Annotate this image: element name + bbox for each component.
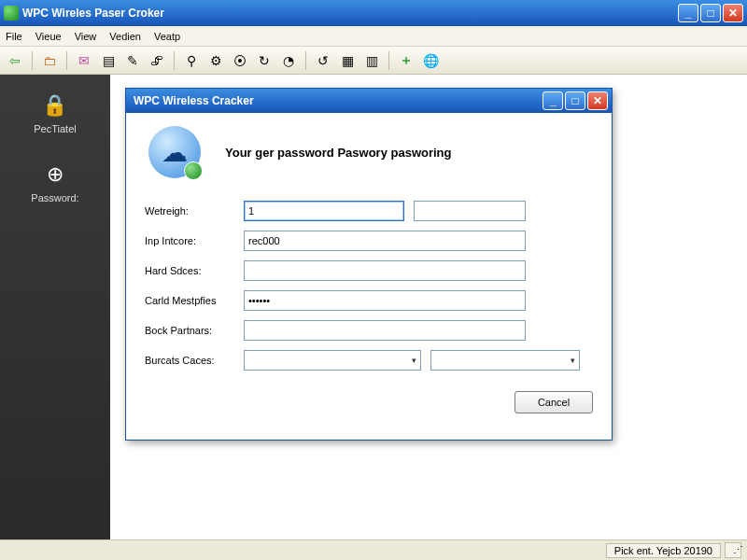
form-row-inp: Inp Intcore: <box>145 231 593 251</box>
toolbar-separator <box>174 51 175 70</box>
lock-icon: 🔒 <box>43 93 67 118</box>
dialog-window-buttons: _ □ ✕ <box>543 91 608 110</box>
main-titlebar: WPC Wireles Paser Croker _ □ ✕ <box>0 0 747 26</box>
sidebar: 🔒 PecTiatel ⊕ Password: <box>0 75 110 539</box>
dialog-titlebar: WPC Wireless Cracker _ □ ✕ <box>126 89 612 113</box>
form-row-hard: Hard Sdces: <box>145 260 593 281</box>
sidebar-item-label: Password: <box>31 192 78 203</box>
dialog-footer: Cancel <box>145 391 593 413</box>
window-title: WPC Wireles Paser Croker <box>22 7 678 20</box>
toolbar-separator <box>66 51 67 70</box>
menu-vieue[interactable]: Vieue <box>35 31 62 42</box>
window-buttons: _ □ ✕ <box>678 4 743 22</box>
content-canvas: WPC Wireless Cracker _ □ ✕ ☁ Your ger pa… <box>110 75 747 539</box>
status-text: Pick ent. Yejcb 20190 <box>606 543 721 558</box>
dialog-window: WPC Wireless Cracker _ □ ✕ ☁ Your ger pa… <box>125 88 613 441</box>
minimize-button[interactable]: _ <box>678 4 698 22</box>
carld-input[interactable] <box>244 290 526 311</box>
burcats-select-2[interactable]: ▾ <box>430 350 580 371</box>
toolbar: ⇦ 🗀 ✉ ▤ ✎ 🖇 ⚲ ⚙ ⦿ ↻ ◔ ↺ ▦ ▥ ＋ 🌐 <box>0 47 747 75</box>
target-icon[interactable]: ⦿ <box>231 51 249 70</box>
sidebar-item-pectatel[interactable]: 🔒 PecTiatel <box>34 93 76 134</box>
main-area: 🔒 PecTiatel ⊕ Password: WPC Wireless Cra… <box>0 75 747 539</box>
wetreigh-input[interactable] <box>244 201 404 221</box>
form-row-burcats: Burcats Caces: ▾ ▾ <box>145 350 593 371</box>
sidebar-item-label: PecTiatel <box>34 123 76 134</box>
status-grip: ⋰ <box>725 542 741 558</box>
burcats-select-1[interactable]: ▾ <box>244 350 421 371</box>
statusbar: Pick ent. Yejcb 20190 ⋰ <box>0 539 747 560</box>
dialog-title: WPC Wireless Cracker <box>130 94 543 107</box>
circle-plus-icon: ⊕ <box>43 162 67 187</box>
edit-icon[interactable]: ✎ <box>123 51 142 70</box>
form-row-wetreigh: Wetreigh: <box>145 201 593 221</box>
app-icon <box>4 6 19 21</box>
dialog-heading: Your ger password Paswory pasworing <box>225 146 452 160</box>
dialog-body: ☁ Your ger password Paswory pasworing We… <box>126 113 612 425</box>
chevron-down-icon: ▾ <box>571 356 575 365</box>
wetreigh-input-2[interactable] <box>414 201 526 221</box>
folder-icon[interactable]: 🗀 <box>40 51 59 70</box>
inp-label: Inp Intcore: <box>145 235 244 246</box>
toolbar-separator <box>32 51 33 70</box>
form-row-bock: Bock Partnars: <box>145 320 593 341</box>
bock-label: Bock Partnars: <box>145 325 244 336</box>
grid1-icon[interactable]: ▦ <box>338 51 357 70</box>
menu-view[interactable]: View <box>75 31 97 42</box>
menu-veatp[interactable]: Veatp <box>154 31 180 42</box>
menubar: File Vieue View Vedien Veatp <box>0 26 747 47</box>
dialog-logo-icon: ☁ <box>148 126 201 178</box>
clock-icon[interactable]: ◔ <box>279 51 298 70</box>
toolbar-separator <box>388 51 389 70</box>
inp-input[interactable] <box>244 231 526 251</box>
gear-icon[interactable]: ⚙ <box>206 51 225 70</box>
cycle-icon[interactable]: ↺ <box>314 51 332 70</box>
menu-file[interactable]: File <box>6 31 22 42</box>
person-icon[interactable]: ⚲ <box>182 51 201 70</box>
chevron-down-icon: ▾ <box>412 356 416 365</box>
attach-icon[interactable]: 🖇 <box>148 51 166 70</box>
grid2-icon[interactable]: ▥ <box>362 51 381 70</box>
save-icon[interactable]: ▤ <box>99 51 118 70</box>
dialog-maximize-button[interactable]: □ <box>565 91 585 110</box>
maximize-button[interactable]: □ <box>700 4 721 22</box>
dialog-header: ☁ Your ger password Paswory pasworing <box>145 126 593 178</box>
dialog-minimize-button[interactable]: _ <box>543 91 563 110</box>
bock-input[interactable] <box>244 320 526 341</box>
burcats-label: Burcats Caces: <box>145 355 244 366</box>
menu-vedien[interactable]: Vedien <box>109 31 141 42</box>
back-icon[interactable]: ⇦ <box>6 51 24 70</box>
form-row-carld: Carld Mestpfies <box>145 290 593 311</box>
hard-label: Hard Sdces: <box>145 265 244 276</box>
mail-icon[interactable]: ✉ <box>75 51 93 70</box>
dialog-close-button[interactable]: ✕ <box>587 91 608 110</box>
wetreigh-label: Wetreigh: <box>145 205 244 217</box>
cancel-button[interactable]: Cancel <box>514 391 593 413</box>
plus-icon[interactable]: ＋ <box>397 51 416 70</box>
close-button[interactable]: ✕ <box>723 4 743 22</box>
world-icon[interactable]: 🌐 <box>421 51 440 70</box>
toolbar-separator <box>305 51 306 70</box>
carld-label: Carld Mestpfies <box>145 295 244 306</box>
hard-input[interactable] <box>244 260 526 281</box>
sidebar-item-password[interactable]: ⊕ Password: <box>31 162 78 203</box>
refresh-icon[interactable]: ↻ <box>255 51 274 70</box>
